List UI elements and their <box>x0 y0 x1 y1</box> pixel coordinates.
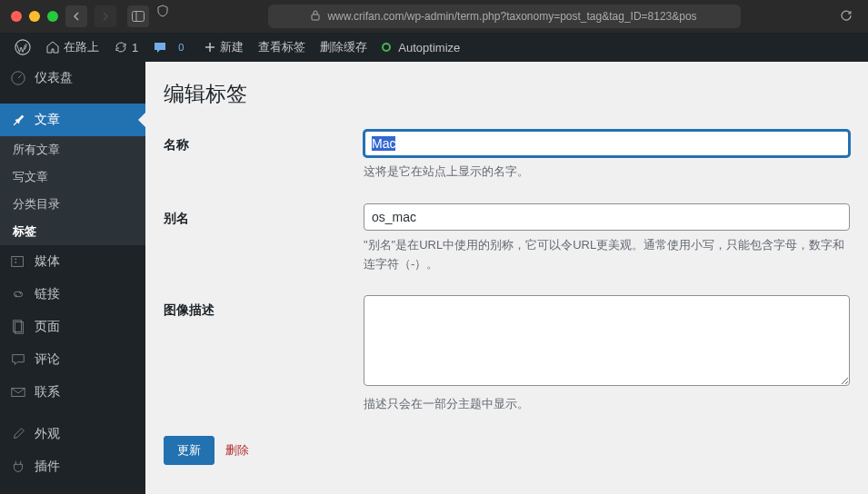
plugin-icon <box>9 458 27 476</box>
sidebar-item-label: 评论 <box>35 351 60 368</box>
wordpress-icon <box>15 39 31 55</box>
wp-admin-bar: 在路上 1 0 新建 查看标签 删除缓存 Autoptimize <box>0 33 868 62</box>
back-button[interactable] <box>65 5 87 27</box>
sidebar-item-label: 联系 <box>35 384 60 400</box>
name-label: 名称 <box>164 130 364 182</box>
view-tag-link[interactable]: 查看标签 <box>251 33 313 62</box>
dashboard-icon <box>9 69 27 87</box>
media-icon <box>9 252 27 271</box>
new-content-menu[interactable]: 新建 <box>196 33 251 62</box>
forward-button[interactable] <box>95 5 116 27</box>
update-button[interactable]: 更新 <box>164 436 215 465</box>
comments-count: 0 <box>173 42 189 53</box>
svg-point-6 <box>15 258 16 260</box>
svg-rect-5 <box>12 257 24 267</box>
slug-input[interactable] <box>364 203 850 231</box>
wp-logo-menu[interactable] <box>7 33 38 62</box>
submenu-tags[interactable]: 标签 <box>0 218 145 245</box>
sidebar-item-pages[interactable]: 页面 <box>0 311 145 343</box>
mail-icon <box>9 383 27 401</box>
url-text: www.crifan.com/wp-admin/term.php?taxonom… <box>327 10 696 23</box>
sidebar-item-label: 媒体 <box>35 253 60 270</box>
svg-rect-2 <box>312 15 319 20</box>
sidebar-item-plugins[interactable]: 插件 <box>0 450 145 483</box>
autoptimize-status-icon <box>382 43 391 52</box>
new-label: 新建 <box>220 39 244 55</box>
sidebar-item-label: 仪表盘 <box>35 70 73 86</box>
sidebar-item-posts[interactable]: 文章 <box>0 104 145 136</box>
sidebar-item-label: 插件 <box>35 459 60 475</box>
autoptimize-menu[interactable]: Autoptimize <box>374 33 467 62</box>
site-name: 在路上 <box>64 39 99 55</box>
browser-titlebar: www.crifan.com/wp-admin/term.php?taxonom… <box>0 0 868 33</box>
sidebar-item-links[interactable]: 链接 <box>0 278 145 311</box>
site-home-link[interactable]: 在路上 <box>38 33 106 62</box>
submenu-categories[interactable]: 分类目录 <box>0 191 145 218</box>
edit-tag-form: 名称 这将是它在站点上显示的名字。 别名 "别名"是在URL中使用的别称，它可以… <box>164 130 850 465</box>
page-title: 编辑标签 <box>164 80 850 108</box>
pages-icon <box>9 318 27 336</box>
sidebar-item-label: 链接 <box>35 286 60 302</box>
posts-submenu: 所有文章 写文章 分类目录 标签 <box>0 136 145 245</box>
admin-sidebar: 仪表盘 文章 所有文章 写文章 分类目录 标签 媒体 链接 页面 评论 <box>0 62 145 494</box>
slug-description: "别名"是在URL中使用的别称，它可以令URL更美观。通常使用小写，只能包含字母… <box>364 236 850 274</box>
sidebar-item-label: 文章 <box>35 112 60 128</box>
delete-button[interactable]: 删除 <box>225 442 249 459</box>
home-icon <box>45 40 60 54</box>
description-textarea[interactable] <box>364 295 850 386</box>
maximize-window-button[interactable] <box>47 11 58 22</box>
delete-cache-link[interactable]: 删除缓存 <box>313 33 374 62</box>
window-controls <box>11 11 58 22</box>
name-input[interactable] <box>364 130 850 157</box>
description-description: 描述只会在一部分主题中显示。 <box>364 395 850 414</box>
sidebar-item-appearance[interactable]: 外观 <box>0 418 145 450</box>
sidebar-item-label: 外观 <box>35 426 60 442</box>
svg-rect-0 <box>133 12 145 22</box>
description-label: 图像描述 <box>164 295 364 414</box>
pin-icon <box>9 111 27 129</box>
comment-icon <box>153 40 167 54</box>
reload-button[interactable] <box>835 5 857 26</box>
sidebar-item-contact[interactable]: 联系 <box>0 376 145 409</box>
address-bar[interactable]: www.crifan.com/wp-admin/term.php?taxonom… <box>268 5 741 28</box>
updates-count: 1 <box>132 41 138 54</box>
comments-link[interactable]: 0 <box>145 33 196 62</box>
sidebar-item-label: 页面 <box>35 319 60 335</box>
svg-point-7 <box>15 262 16 263</box>
plus-icon <box>204 41 216 54</box>
comments-icon <box>9 351 27 369</box>
content-area: 编辑标签 名称 这将是它在站点上显示的名字。 别名 "别名"是在URL中使用的别… <box>145 62 868 494</box>
links-icon <box>9 285 27 303</box>
sidebar-item-media[interactable]: 媒体 <box>0 245 145 278</box>
minimize-window-button[interactable] <box>29 11 40 22</box>
sidebar-item-dashboard[interactable]: 仪表盘 <box>0 62 145 94</box>
submenu-new-post[interactable]: 写文章 <box>0 163 145 191</box>
submenu-all-posts[interactable]: 所有文章 <box>0 136 145 163</box>
privacy-shield-icon[interactable] <box>156 5 169 28</box>
slug-label: 别名 <box>164 203 364 274</box>
sidebar-toggle-button[interactable] <box>127 5 149 27</box>
lock-icon <box>311 10 320 24</box>
close-window-button[interactable] <box>11 11 22 22</box>
brush-icon <box>9 425 27 443</box>
sidebar-item-comments[interactable]: 评论 <box>0 343 145 376</box>
updates-link[interactable]: 1 <box>106 33 145 62</box>
name-description: 这将是它在站点上显示的名字。 <box>364 163 850 182</box>
updates-icon <box>114 40 128 54</box>
